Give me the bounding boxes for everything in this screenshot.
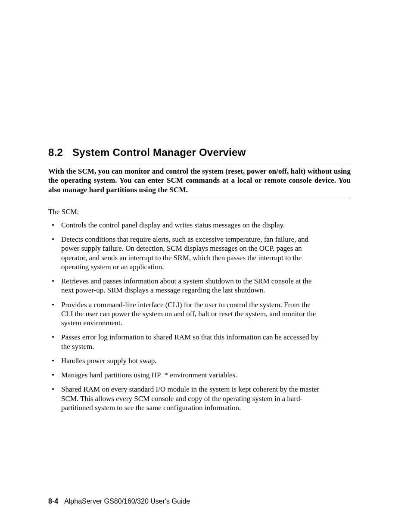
list-item: Passes error log information to shared R… xyxy=(52,333,320,351)
list-item: Detects conditions that require alerts, … xyxy=(52,235,320,271)
section-number: 8.2 xyxy=(48,146,63,159)
list-item: Controls the control panel display and w… xyxy=(52,221,320,230)
page-number: 8-4 xyxy=(48,498,58,505)
bullet-list: Controls the control panel display and w… xyxy=(48,221,351,412)
rule-top xyxy=(48,163,351,163)
section-heading: 8.2System Control Manager Overview xyxy=(48,146,351,159)
intro-paragraph: With the SCM, you can monitor and contro… xyxy=(48,167,351,194)
list-item: Shared RAM on every standard I/O module … xyxy=(52,385,320,412)
lead-text: The SCM: xyxy=(48,208,351,216)
list-item: Provides a command-line interface (CLI) … xyxy=(52,300,320,328)
document-page: 8.2System Control Manager Overview With … xyxy=(0,0,411,532)
rule-bottom xyxy=(48,197,351,197)
list-item: Retrieves and passes information about a… xyxy=(52,277,320,295)
list-item: Manages hard partitions using HP_* envir… xyxy=(52,370,320,380)
page-footer: 8-4AlphaServer GS80/160/320 User's Guide xyxy=(48,498,190,505)
doc-title: AlphaServer GS80/160/320 User's Guide xyxy=(64,498,190,505)
section-title: System Control Manager Overview xyxy=(72,146,246,158)
list-item: Handles power supply hot swap. xyxy=(52,356,320,365)
